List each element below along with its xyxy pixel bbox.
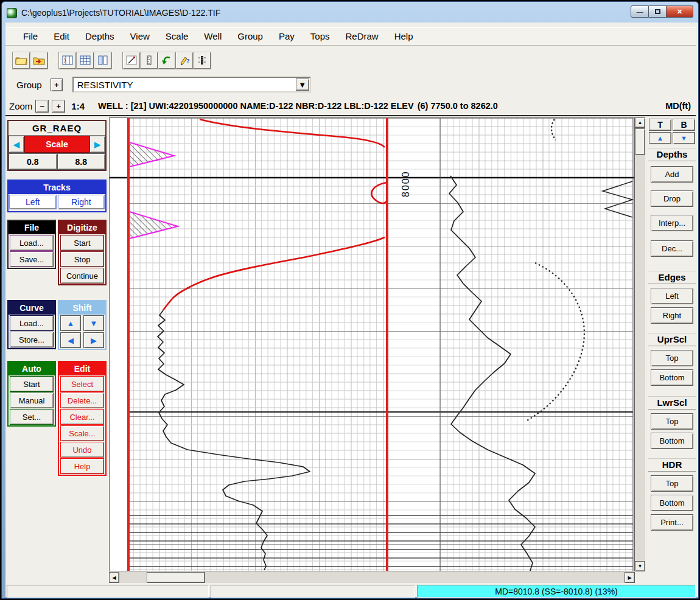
log-layout-button[interactable] [59, 52, 76, 69]
group-selected-value: RESISTIVITY [74, 80, 296, 90]
depths-dec-button[interactable]: Dec... [651, 240, 693, 257]
close-button[interactable]: ✕ [667, 5, 693, 18]
edges-left-button[interactable]: Left [651, 288, 693, 304]
zoom-out-button[interactable]: − [35, 100, 49, 113]
lwrscl-bottom-button[interactable]: Bottom [651, 433, 693, 449]
auto-manual-button[interactable]: Manual [10, 392, 54, 408]
menu-well[interactable]: Well [196, 28, 229, 45]
edges-right-button[interactable]: Right [651, 307, 693, 324]
scale-left-icon[interactable]: ◀ [9, 136, 24, 153]
digitize-start-button[interactable]: Start [60, 235, 104, 251]
group-row: Group + RESISTIVITY ▼ [5, 75, 696, 94]
scale-button[interactable]: Scale [24, 136, 89, 153]
top-button[interactable]: T [649, 119, 671, 131]
zoom-in-button[interactable]: + [52, 100, 65, 113]
maximize-icon [655, 9, 660, 14]
menu-edit[interactable]: Edit [46, 28, 77, 45]
edit-box: Edit Select Delete... Clear... Scale... … [58, 361, 107, 476]
chevron-down-icon[interactable]: ▼ [296, 78, 309, 91]
depth-bar-button[interactable] [194, 52, 211, 69]
depth-down-icon[interactable]: ▼ [673, 132, 695, 144]
hdr-print-button[interactable]: Print... [651, 514, 693, 531]
shift-left-icon[interactable]: ◀ [60, 332, 81, 348]
edit-select-button[interactable]: Select [60, 376, 104, 392]
uprscl-section-label: UprScl [648, 333, 696, 346]
curve-scale-box: GR_RAEQ ◀ Scale ▶ 0.8 8.8 [7, 120, 107, 171]
group-select[interactable]: RESISTIVITY ▼ [72, 77, 311, 92]
add-group-button[interactable]: + [51, 78, 63, 91]
digitize-line-button[interactable] [123, 52, 140, 69]
shift-up-icon[interactable]: ▲ [60, 315, 81, 331]
open-image-button[interactable] [13, 52, 30, 69]
edit-delete-button[interactable]: Delete... [60, 392, 104, 408]
scroll-up-icon[interactable]: ▲ [635, 117, 645, 128]
depths-add-button[interactable]: Add [651, 166, 693, 183]
auto-set-button[interactable]: Set... [10, 409, 54, 425]
digitize-stop-button[interactable]: Stop [60, 251, 104, 267]
file-box: File Load... Save... [7, 220, 56, 269]
lwrscl-section-label: LwrScl [648, 396, 696, 410]
undo-button[interactable] [158, 52, 175, 69]
log-image-viewport[interactable]: 8000 [109, 117, 635, 571]
scroll-left-icon[interactable]: ◀ [109, 572, 119, 583]
track-left-button[interactable]: Left [9, 195, 57, 209]
horizontal-scrollbar[interactable]: ◀ ▶ [109, 572, 635, 583]
menu-group[interactable]: Group [229, 28, 271, 45]
curve-load-button[interactable]: Load... [10, 315, 54, 331]
edit-undo-button[interactable]: Undo [60, 442, 104, 458]
lwrscl-top-button[interactable]: Top [651, 413, 693, 430]
horizontal-scroll-thumb[interactable] [147, 572, 205, 583]
digitize-continue-button[interactable]: Continue [60, 268, 104, 284]
menu-help[interactable]: Help [387, 28, 421, 45]
auto-start-button[interactable]: Start [10, 376, 54, 392]
scale-right-icon[interactable]: ▶ [89, 136, 105, 153]
edit-help-button[interactable]: Help [60, 458, 104, 474]
maximize-button[interactable] [649, 5, 667, 18]
auto-title: Auto [9, 362, 55, 375]
hdr-bottom-button[interactable]: Bottom [651, 495, 693, 511]
menu-tops[interactable]: Tops [303, 28, 338, 45]
depths-drop-button[interactable]: Drop [651, 190, 693, 207]
title-bar[interactable]: C:\geoplus1\Projects\TUTORIAL\IMAGES\D-1… [7, 5, 607, 21]
shift-right-icon[interactable]: ▶ [83, 332, 104, 348]
depth-up-icon[interactable]: ▲ [649, 132, 671, 144]
menu-pay[interactable]: Pay [271, 28, 303, 45]
edit-clear-button[interactable]: Clear... [60, 409, 104, 425]
curve-store-button[interactable]: Store... [10, 332, 54, 347]
left-panel: GR_RAEQ ◀ Scale ▶ 0.8 8.8 Tracks Left Ri… [7, 117, 108, 571]
vertical-scrollbar[interactable]: ▲ ▼ [635, 117, 645, 571]
status-segment-middle [211, 585, 415, 598]
depth-label: 8000 [401, 170, 411, 197]
scale-ruler-button[interactable] [141, 52, 158, 69]
edit-scale-button[interactable]: Scale... [60, 425, 104, 441]
scroll-right-icon[interactable]: ▶ [625, 572, 635, 583]
edges-section-label: Edges [648, 271, 696, 284]
hdr-top-button[interactable]: Top [651, 475, 693, 492]
log-image[interactable]: 8000 [110, 118, 634, 571]
menu-depths[interactable]: Depths [77, 28, 122, 45]
right-panel: T B ▲ ▼ Depths Add Drop Interp... Dec...… [648, 117, 696, 571]
uprscl-bottom-button[interactable]: Bottom [651, 369, 693, 386]
scale-min-value[interactable]: 0.8 [9, 153, 57, 170]
scale-max-value[interactable]: 8.8 [57, 153, 106, 170]
depths-interp-button[interactable]: Interp... [651, 215, 693, 231]
scroll-down-icon[interactable]: ▼ [635, 561, 645, 571]
menu-view[interactable]: View [122, 28, 158, 45]
import-log-button[interactable] [30, 52, 47, 69]
menu-scale[interactable]: Scale [158, 28, 197, 45]
shift-title: Shift [59, 301, 105, 315]
minimize-button[interactable]: — [631, 5, 649, 18]
bottom-button[interactable]: B [673, 119, 695, 131]
track-right-button[interactable]: Right [58, 195, 105, 209]
menu-redraw[interactable]: ReDraw [338, 28, 387, 45]
tracks-title: Tracks [9, 181, 105, 194]
file-load-button[interactable]: Load... [10, 235, 54, 251]
track-columns-button[interactable] [94, 52, 111, 69]
uprscl-top-button[interactable]: Top [651, 350, 693, 366]
edit-pointer-button[interactable]: ? [176, 52, 193, 69]
depth-grid-button[interactable] [77, 52, 94, 69]
vertical-scroll-thumb[interactable] [635, 128, 645, 155]
file-save-button[interactable]: Save... [10, 251, 54, 267]
shift-down-icon[interactable]: ▼ [83, 315, 104, 331]
menu-file[interactable]: File [15, 28, 46, 45]
